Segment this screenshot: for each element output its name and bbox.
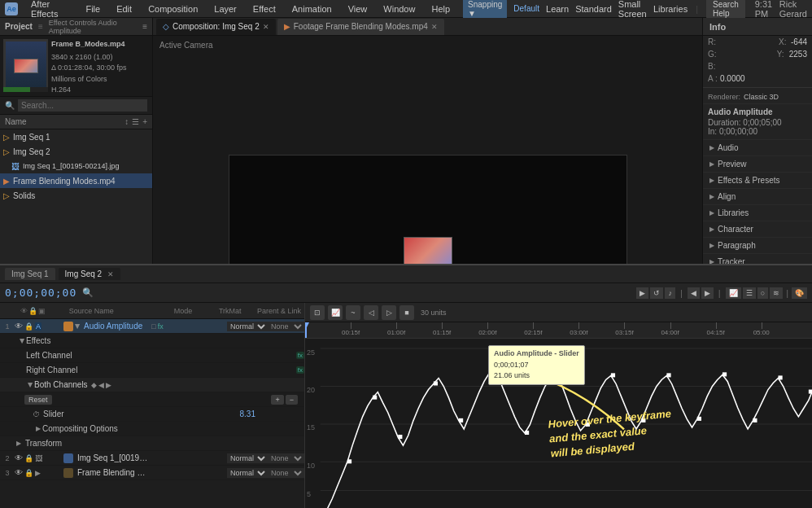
nav-left-icon[interactable]: ◀ (98, 381, 104, 389)
lock-icon-3[interactable]: 🔒 (24, 469, 33, 477)
app-icon: Ae (5, 2, 18, 15)
transform-row[interactable]: ▶ Transform (0, 436, 304, 451)
play-button[interactable]: ▶ (636, 287, 648, 299)
left-channel-row[interactable]: Left Channel fx (0, 348, 304, 363)
layer-row-1[interactable]: 1 👁 🔒 A ▶ Audio Amplitude □ fx Normal (0, 319, 304, 334)
right-channel-row[interactable]: Right Channel fx (0, 363, 304, 378)
blend-mode-select-3[interactable]: Normal (227, 468, 268, 478)
expand-effects-icon[interactable]: ▶ (19, 339, 26, 344)
menu-window[interactable]: Window (380, 2, 418, 15)
list-item-selected[interactable]: ▶ Frame Blending Modes.mp4 (0, 173, 152, 188)
search-help-input[interactable]: Search Help (706, 0, 745, 20)
visibility-icon-3[interactable]: 👁 (15, 468, 23, 477)
add-effect-button[interactable]: + (271, 395, 283, 405)
workspace-libraries[interactable]: Libraries (653, 4, 688, 14)
search-timeline-icon[interactable]: 🔍 (82, 287, 94, 298)
close-tab-icon[interactable]: ✕ (263, 23, 269, 31)
menu-view[interactable]: View (345, 2, 371, 15)
list-item[interactable]: 🖼 Img Seq 1_[00195-00214].jpg (0, 159, 152, 173)
parent-select-2[interactable]: None (268, 453, 304, 463)
hold-keyframe-button[interactable]: ■ (399, 305, 414, 320)
layer-number-1: 1 (0, 322, 15, 331)
workspace-small-screen[interactable]: Small Screen (618, 0, 647, 19)
sort-icon[interactable]: ↕ (124, 117, 129, 126)
project-search-input[interactable] (18, 99, 147, 112)
slider-value[interactable]: 8.31 (240, 409, 255, 418)
motion-blur-check-1[interactable]: □ (151, 322, 155, 331)
layer-row-3[interactable]: 3 👁 🔒 ▶ Frame Blending Modes.mp4 Normal … (0, 466, 304, 480)
paragraph-accordion[interactable]: ▶ Paragraph (703, 238, 812, 254)
expand-comp-options-icon[interactable]: ▶ (36, 425, 41, 432)
timeline-timecode[interactable]: 0;00;00;00 (5, 287, 76, 299)
fit-graph-button[interactable]: ⊡ (310, 305, 325, 320)
menu-edit[interactable]: Edit (113, 2, 135, 15)
expand-both-channels-icon[interactable]: ▶ (27, 383, 34, 388)
chevron-right-icon: ▶ (709, 193, 714, 200)
keyframe-nav-left[interactable]: ◀ (688, 287, 700, 299)
view-icon[interactable]: ☰ (132, 117, 139, 126)
reset-button[interactable]: Reset (24, 395, 52, 405)
visibility-icon-2[interactable]: 👁 (15, 453, 23, 462)
graph-type-button[interactable]: 📈 (328, 305, 343, 320)
effects-presets-accordion[interactable]: ▶ Effects & Presets (703, 173, 812, 189)
layer-switches-button[interactable]: ☰ (743, 287, 756, 299)
ease-in-button[interactable]: ◁ (364, 305, 378, 320)
snapping-toggle[interactable]: Snapping ▼ (463, 0, 507, 20)
list-item[interactable]: ▷ Img Seq 1 (0, 129, 152, 144)
workspace-learn[interactable]: Learn (546, 4, 569, 14)
effect-controls-tab[interactable]: Effect Controls Audio Amplitude (49, 19, 139, 35)
stopwatch-icon[interactable]: ⏱ (33, 410, 40, 418)
menu-effect[interactable]: Effect (250, 2, 279, 15)
keyframe-nav-right[interactable]: ▶ (701, 287, 714, 299)
parent-select-1[interactable]: None (268, 322, 304, 331)
timeline-tab-img-seq-2[interactable]: Img Seq 2 ✕ (59, 268, 120, 280)
visibility-icon-1[interactable]: 👁 (15, 322, 23, 331)
comp-tab-img-seq-2[interactable]: ◇ Composition: Img Seq 2 ✕ (156, 19, 276, 35)
menu-after-effects[interactable]: After Effects (28, 0, 72, 20)
menu-composition[interactable]: Composition (145, 2, 201, 15)
expand-transform-icon[interactable]: ▶ (16, 440, 21, 447)
loop-button[interactable]: ↺ (650, 287, 663, 299)
color-label-button[interactable]: 🎨 (792, 287, 807, 299)
remove-effect-button[interactable]: − (286, 395, 298, 405)
audio-accordion[interactable]: ▶ Audio (703, 140, 812, 156)
close-timeline-tab-icon[interactable]: ✕ (107, 270, 114, 278)
audio-button[interactable]: ♪ (665, 287, 675, 299)
align-accordion[interactable]: ▶ Align (703, 189, 812, 205)
add-layer-btn[interactable]: + (142, 117, 147, 126)
motion-blur-button[interactable]: ≋ (770, 287, 783, 299)
graph-editor-button[interactable]: 📈 (726, 287, 741, 299)
layer-row-2[interactable]: 2 👁 🔒 🖼 Img Seq 1_[00195-00214].jpg Norm… (0, 451, 304, 466)
workspace-standard[interactable]: Standard (575, 4, 612, 14)
menu-help[interactable]: Help (428, 2, 453, 15)
lock-icon-1[interactable]: 🔒 (24, 322, 33, 331)
nav-right-icon[interactable]: ▶ (106, 381, 111, 389)
list-item[interactable]: ▷ Img Seq 2 (0, 144, 152, 159)
lock-icon-2[interactable]: 🔒 (24, 454, 33, 462)
timeline-tab-img-seq-1[interactable]: Img Seq 1 (5, 268, 55, 280)
playhead[interactable] (305, 322, 307, 338)
panel-menu-icon[interactable]: ≡ (142, 22, 147, 31)
list-item[interactable]: ▷ Solids (0, 188, 152, 203)
effects-enabled-1[interactable]: fx (158, 322, 164, 331)
ease-out-button[interactable]: ▷ (382, 305, 396, 320)
close-tab2-icon[interactable]: ✕ (431, 23, 438, 31)
comp-tab-footage[interactable]: ▶ Footage Frame Blending Modes.mp4 ✕ (277, 19, 444, 35)
both-channels-row[interactable]: ▶ Both Channels ◆ ◀ ▶ (0, 378, 304, 392)
libraries-accordion[interactable]: ▶ Libraries (703, 205, 812, 221)
easy-ease-button[interactable]: ~ (346, 305, 360, 320)
project-tab[interactable]: Project (5, 22, 33, 31)
solo-button[interactable]: ○ (757, 287, 768, 299)
blend-mode-select-1[interactable]: Normal (227, 322, 268, 331)
preview-accordion[interactable]: ▶ Preview (703, 156, 812, 173)
expand-icon-1[interactable]: ▶ (74, 324, 81, 329)
menu-animation[interactable]: Animation (289, 2, 335, 15)
add-keyframe-icon[interactable]: ◆ (91, 381, 97, 389)
character-accordion[interactable]: ▶ Character (703, 221, 812, 238)
compositing-options-row[interactable]: ▶ Compositing Options (0, 422, 304, 436)
parent-select-3[interactable]: None (268, 468, 304, 478)
workspace-default[interactable]: Default (513, 4, 539, 13)
menu-file[interactable]: File (82, 2, 103, 15)
menu-layer[interactable]: Layer (211, 2, 240, 15)
blend-mode-select-2[interactable]: Normal (227, 453, 268, 463)
